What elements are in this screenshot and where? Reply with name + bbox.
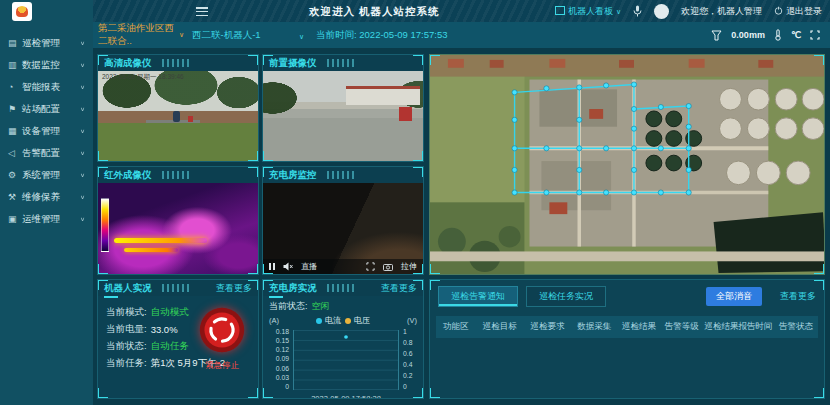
brand-logo [12,2,32,21]
emergency-stop-label: 紧急停止 [194,360,250,372]
stretch-label[interactable]: 拉伸 [401,261,417,272]
dashboard-icon [555,6,565,15]
panel-title: 充电房实况 [269,282,317,295]
tab-task-live[interactable]: 巡检任务实况 [526,286,606,307]
front-video-feed[interactable] [263,71,423,161]
snapshot-icon[interactable] [383,263,393,271]
chevron-down-icon: ∨ [80,106,85,112]
col-header: 告警状态 [774,321,818,333]
col-header: 巡检结果 [617,321,661,333]
panel-title: 高清成像仪 [104,57,152,70]
col-header: 功能区 [436,321,476,333]
panel-title: 前置摄像仪 [269,57,317,70]
rain-gauge-icon [711,30,722,41]
sidebar-item-alarm-config[interactable]: ◁告警配置∨ [0,142,93,164]
sidebar-item-system-mgmt[interactable]: ⚙系统管理∨ [0,164,93,186]
panel-title: 充电房监控 [269,169,317,182]
sidebar-item-device-mgmt[interactable]: ▦设备管理∨ [0,120,93,142]
sub-header: 第二采油作业区西二联合.. 西二联-机器人-1 当前时间: 2022-05-09… [93,22,830,48]
sidebar-item-reports[interactable]: ◔智能报表∨ [0,76,93,98]
sidebar-item-label: 系统管理 [22,169,60,182]
mute-all-button[interactable]: 全部消音 [706,287,762,306]
battery-value: 33.0% [151,324,178,335]
view-more-link[interactable]: 查看更多 [780,290,816,303]
sidebar-item-station-config[interactable]: ⚑站场配置∨ [0,98,93,120]
left-axis-ticks: 0.180.150.120.090.060.030 [267,328,289,390]
live-label: 直播 [301,261,317,272]
box-icon: ▣ [8,214,22,224]
legend-voltage[interactable]: 电压 [345,315,370,326]
state-value: 自动任务 [151,340,189,353]
deco-bars [162,171,192,179]
charge-status-value: 空闲 [312,300,330,313]
legend-dot-voltage [345,318,351,324]
board-select[interactable]: 机器人看板 [555,5,621,18]
temp-unit: ℃ [791,30,801,40]
logout-button[interactable]: 退出登录 [774,5,822,18]
mode-value: 自动模式 [151,306,189,319]
sidebar-item-maintenance[interactable]: ⚒维修保养∨ [0,186,93,208]
page-title: 欢迎进入 机器人站控系统 [309,0,439,22]
chevron-down-icon: ∨ [80,172,85,178]
chevron-down-icon: ∨ [80,84,85,90]
sidebar-item-label: 智能报表 [22,81,60,94]
deco-bars [327,171,357,179]
table-header-row: 功能区 巡检目标 巡检要求 数据采集 巡检结果 告警等级 巡检结果报告时间 告警… [436,316,818,338]
chart-plot-area [293,330,399,390]
wrench-icon: ⚒ [8,192,22,202]
chevron-down-icon: ∨ [80,62,85,68]
video-timestamp: 2022-05-09 星期一 18:39:46 [102,73,184,82]
avatar[interactable] [654,4,669,19]
area-select[interactable]: 第二采油作业区西二联合.. [98,22,184,48]
fire-cabinet [399,107,412,121]
panel-title: 机器人实况 [104,282,152,295]
sidebar-item-data-monitor[interactable]: ▥数据监控∨ [0,54,93,76]
hd-video-feed[interactable]: 2022-05-09 星期一 18:39:46 [98,71,258,161]
deco-bars [162,59,192,67]
flag-icon: ⚑ [8,104,22,114]
report-icon: ◔ [8,82,22,92]
thermometer-icon [774,29,782,41]
fullscreen-icon[interactable] [810,30,820,40]
mute-icon[interactable] [283,262,293,271]
infrared-video-feed[interactable] [98,183,258,274]
chevron-down-icon: ∨ [80,150,85,156]
emergency-stop-icon [198,306,246,354]
microphone-icon[interactable] [633,5,642,17]
view-more-link[interactable]: 查看更多 [216,282,252,295]
welcome-text: 欢迎您，机器人管理 [681,5,762,18]
sidebar-item-label: 运维管理 [22,213,60,226]
power-icon [774,6,783,15]
sidebar-item-label: 站场配置 [22,103,60,116]
sidebar-item-label: 维修保养 [22,191,60,204]
sidebar-item-label: 数据监控 [22,59,60,72]
video-controls: 直播 拉伸 [263,259,423,274]
panel-charge-room-camera: 充电房监控 直播 拉伸 [262,166,424,275]
person-figure [173,111,180,122]
view-more-link[interactable]: 查看更多 [381,282,417,295]
right-axis-ticks: 10.80.60.40.20 [403,328,419,390]
pause-icon[interactable] [269,263,275,270]
deco-bars [327,284,357,292]
emergency-stop-button[interactable]: 紧急停止 [194,306,250,372]
sidebar-item-ops-mgmt[interactable]: ▣运维管理∨ [0,208,93,230]
charge-room-video-feed[interactable]: 直播 拉伸 [263,183,423,274]
panel-patrol-map[interactable] [429,54,825,275]
col-header: 巡检结果报告时间 [703,321,775,333]
legend-current[interactable]: 电流 [316,315,341,326]
sidebar-item-patrol[interactable]: ▤巡检管理∨ [0,32,93,54]
current-voltage-chart: 0.180.150.120.090.060.030 10.80.60.40.20… [267,328,419,399]
menu-toggle-icon[interactable] [196,7,208,16]
tab-alarm-notice[interactable]: 巡检告警通知 [438,286,518,307]
app-root: ▤巡检管理∨ ▥数据监控∨ ◔智能报表∨ ⚑站场配置∨ ▦设备管理∨ ◁告警配置… [0,0,830,405]
panel-hd-camera: 高清成像仪 2022-05-09 星期一 18:39:46 [97,54,259,162]
robot-select[interactable]: 西二联-机器人-1 [192,29,304,42]
panel-robot-status: 机器人实况查看更多 当前模式:自动模式 当前电量:33.0% 当前状态:自动任务… [97,279,259,399]
main-content: 高清成像仪 2022-05-09 星期一 18:39:46 前置摄像仪 红外成像… [93,48,830,405]
fullscreen-video-icon[interactable] [366,262,375,271]
patrol-icon: ▤ [8,38,22,48]
sidebar-item-label: 设备管理 [22,125,60,138]
x-axis-label: 2022-05-09 17:58:28 [293,394,399,399]
sidebar-item-label: 告警配置 [22,147,60,160]
aerial-map [430,55,825,275]
